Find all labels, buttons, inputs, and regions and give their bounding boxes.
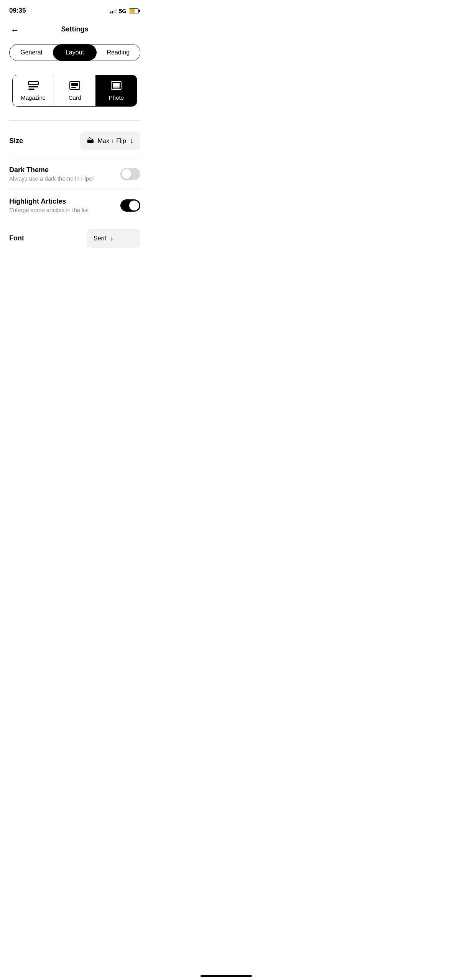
dark-theme-subtitle: Always use a dark theme in Fiper: [9, 175, 120, 182]
font-label: Font: [9, 234, 24, 242]
tab-layout[interactable]: Layout: [53, 44, 96, 61]
highlight-articles-toggle[interactable]: [120, 199, 140, 212]
photo-icon: [111, 81, 122, 91]
svg-rect-1: [28, 86, 38, 87]
font-dropdown[interactable]: Serif ↓: [87, 229, 140, 248]
font-chevron-icon: ↓: [110, 234, 113, 242]
highlight-articles-subtitle: Enlarge some articles in the list: [9, 207, 120, 213]
dark-theme-row: Dark Theme Always use a dark theme in Fi…: [9, 158, 140, 190]
size-dropdown[interactable]: 🏔 Max + Flip ↓: [80, 132, 140, 150]
tab-general[interactable]: General: [10, 44, 53, 61]
svg-rect-8: [113, 87, 120, 89]
tab-reading[interactable]: Reading: [97, 44, 140, 61]
svg-rect-5: [71, 87, 76, 88]
layout-photo[interactable]: Photo: [96, 75, 137, 106]
layout-card[interactable]: Card: [54, 75, 95, 106]
highlight-articles-row: Highlight Articles Enlarge some articles…: [9, 190, 140, 221]
back-arrow-icon: ←: [11, 26, 19, 35]
size-image-icon: 🏔: [87, 137, 94, 145]
layout-type-selector: Magazine Card Photo: [12, 75, 137, 107]
card-label: Card: [69, 94, 81, 101]
dark-theme-info: Dark Theme Always use a dark theme in Fi…: [9, 166, 120, 182]
magazine-icon: [28, 81, 39, 91]
photo-label: Photo: [109, 94, 124, 101]
dark-theme-title: Dark Theme: [9, 166, 120, 174]
page-title: Settings: [61, 25, 88, 33]
dark-theme-toggle[interactable]: [120, 168, 140, 180]
highlight-articles-info: Highlight Articles Enlarge some articles…: [9, 197, 120, 213]
svg-rect-0: [28, 82, 38, 85]
settings-section: Size 🏔 Max + Flip ↓ Dark Theme Always us…: [9, 120, 140, 255]
size-value: Max + Flip: [98, 138, 126, 145]
battery-icon: [129, 8, 140, 13]
main-content: General Layout Reading Magazine: [0, 44, 150, 255]
size-label: Size: [9, 137, 23, 145]
svg-rect-2: [28, 89, 35, 90]
status-bar: 09:35 5G: [0, 0, 150, 19]
font-row: Font Serif ↓: [9, 221, 140, 255]
svg-rect-7: [113, 83, 120, 87]
main-tab-selector: General Layout Reading: [9, 44, 140, 61]
svg-rect-4: [71, 83, 78, 86]
toggle-thumb-2: [129, 201, 139, 210]
highlight-articles-title: Highlight Articles: [9, 197, 120, 206]
signal-icon: [110, 8, 117, 13]
network-type: 5G: [119, 8, 127, 14]
size-row: Size 🏔 Max + Flip ↓: [9, 124, 140, 158]
card-icon: [69, 81, 80, 91]
font-value: Serif: [94, 235, 106, 242]
header: ← Settings: [0, 19, 150, 41]
back-button[interactable]: ←: [9, 25, 21, 36]
layout-magazine[interactable]: Magazine: [13, 75, 54, 106]
status-time: 09:35: [9, 7, 26, 15]
toggle-thumb: [122, 169, 131, 179]
size-chevron-icon: ↓: [130, 137, 133, 145]
status-right: 5G: [110, 8, 140, 14]
magazine-label: Magazine: [21, 94, 46, 101]
